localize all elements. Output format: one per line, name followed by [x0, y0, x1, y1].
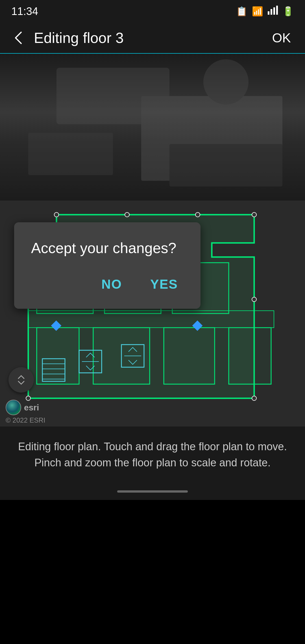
- home-bar: [117, 490, 188, 493]
- map-content: esri © 2022 ESRI Accept your changes? NO…: [0, 54, 305, 427]
- yes-button[interactable]: YES: [145, 274, 184, 295]
- back-button[interactable]: [8, 28, 28, 48]
- svg-rect-2: [273, 7, 275, 15]
- status-icons: 📋 📶 🔋: [236, 6, 294, 17]
- home-indicator: [0, 483, 305, 500]
- wifi-icon: 📶: [252, 6, 263, 17]
- page-title: Editing floor 3: [34, 29, 267, 46]
- status-bar: 11:34 📋 📶 🔋: [0, 0, 305, 23]
- dialog-overlay: Accept your changes? NO YES: [0, 54, 305, 427]
- battery-icon: 🔋: [282, 6, 294, 17]
- status-time: 11:34: [11, 5, 38, 18]
- svg-rect-3: [276, 6, 278, 15]
- svg-rect-1: [271, 9, 272, 15]
- svg-rect-0: [268, 11, 269, 15]
- signal-icon: [268, 6, 278, 17]
- notification-icon: 📋: [236, 6, 247, 17]
- no-button[interactable]: NO: [96, 274, 128, 295]
- ok-button[interactable]: OK: [267, 27, 297, 48]
- dialog-title: Accept your changes?: [31, 239, 184, 257]
- top-nav: Editing floor 3 OK: [0, 23, 305, 54]
- bottom-instructions: Editing floor plan. Touch and drag the f…: [0, 427, 305, 483]
- accept-changes-dialog: Accept your changes? NO YES: [14, 222, 201, 309]
- dialog-buttons: NO YES: [31, 274, 184, 295]
- instructions-text: Editing floor plan. Touch and drag the f…: [17, 439, 288, 471]
